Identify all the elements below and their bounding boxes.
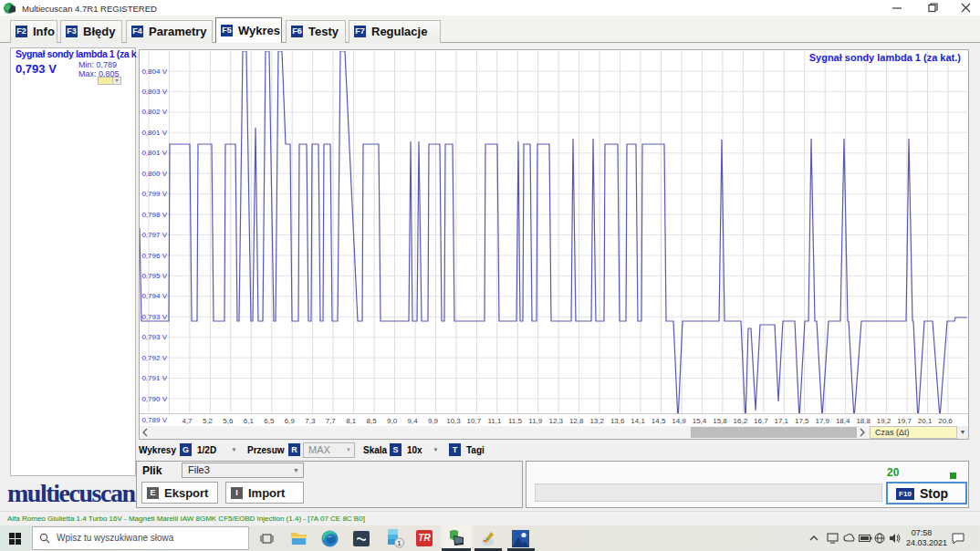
svg-text:19,7: 19,7	[897, 417, 912, 425]
svg-text:11,9: 11,9	[528, 417, 543, 425]
svg-text:0,791 V: 0,791 V	[141, 374, 167, 382]
svg-text:0,798 V: 0,798 V	[141, 211, 167, 219]
svg-text:0,794 V: 0,794 V	[141, 292, 167, 300]
svg-text:15,8: 15,8	[713, 417, 727, 425]
svg-text:0,803 V: 0,803 V	[141, 88, 167, 96]
svg-text:0,795 V: 0,795 V	[141, 272, 167, 280]
svg-text:12,3: 12,3	[549, 417, 564, 425]
svg-text:Sygnał sondy lambda 1 (za kat.: Sygnał sondy lambda 1 (za kat.)	[809, 52, 962, 63]
svg-text:20,1: 20,1	[918, 417, 933, 425]
svg-text:7,7: 7,7	[326, 417, 337, 425]
svg-text:0,804 V: 0,804 V	[141, 68, 167, 76]
svg-text:17,1: 17,1	[775, 417, 789, 425]
svg-text:0,793 V: 0,793 V	[141, 313, 167, 321]
svg-text:14,5: 14,5	[652, 417, 666, 425]
svg-text:20,6: 20,6	[938, 417, 953, 425]
svg-text:10,3: 10,3	[446, 417, 461, 425]
svg-text:18,8: 18,8	[856, 417, 871, 425]
svg-text:16,2: 16,2	[734, 417, 748, 425]
svg-text:9,0: 9,0	[387, 417, 398, 425]
svg-text:16,7: 16,7	[754, 417, 768, 425]
svg-text:0,802 V: 0,802 V	[141, 108, 167, 116]
svg-text:6,9: 6,9	[285, 417, 296, 425]
svg-text:8,1: 8,1	[346, 417, 357, 425]
svg-text:0,797 V: 0,797 V	[141, 231, 167, 239]
svg-text:6,5: 6,5	[264, 417, 275, 425]
svg-text:0,801 V: 0,801 V	[141, 149, 167, 157]
svg-text:14,1: 14,1	[631, 417, 645, 425]
svg-text:0,799 V: 0,799 V	[141, 190, 167, 198]
svg-text:13,6: 13,6	[610, 417, 625, 425]
svg-text:9,9: 9,9	[428, 417, 439, 425]
svg-text:1: 1	[397, 539, 401, 547]
svg-text:10,7: 10,7	[467, 417, 482, 425]
svg-text:0,789 V: 0,789 V	[141, 416, 167, 424]
svg-text:14,9: 14,9	[672, 417, 686, 425]
svg-text:17,5: 17,5	[795, 417, 809, 425]
svg-text:5,2: 5,2	[203, 417, 214, 425]
svg-text:19,2: 19,2	[877, 417, 891, 425]
svg-text:0,793 V: 0,793 V	[141, 333, 167, 341]
svg-text:5,6: 5,6	[223, 417, 234, 425]
svg-text:9,4: 9,4	[408, 417, 419, 425]
svg-text:17,9: 17,9	[816, 417, 830, 425]
svg-text:18,4: 18,4	[836, 417, 850, 425]
svg-text:0,796 V: 0,796 V	[141, 252, 167, 260]
svg-text:6,1: 6,1	[244, 417, 255, 425]
svg-text:0,801 V: 0,801 V	[141, 129, 167, 137]
svg-text:11,5: 11,5	[508, 417, 523, 425]
svg-text:8,5: 8,5	[367, 417, 378, 425]
svg-text:11,1: 11,1	[487, 417, 502, 425]
svg-text:13,2: 13,2	[589, 417, 604, 425]
svg-text:15,4: 15,4	[693, 417, 707, 425]
svg-text:7,3: 7,3	[305, 417, 316, 425]
svg-text:0,792 V: 0,792 V	[141, 354, 167, 362]
svg-text:12,8: 12,8	[569, 417, 584, 425]
svg-text:0,800 V: 0,800 V	[141, 170, 167, 178]
svg-text:0,790 V: 0,790 V	[141, 395, 167, 403]
svg-text:4,7: 4,7	[182, 417, 193, 425]
